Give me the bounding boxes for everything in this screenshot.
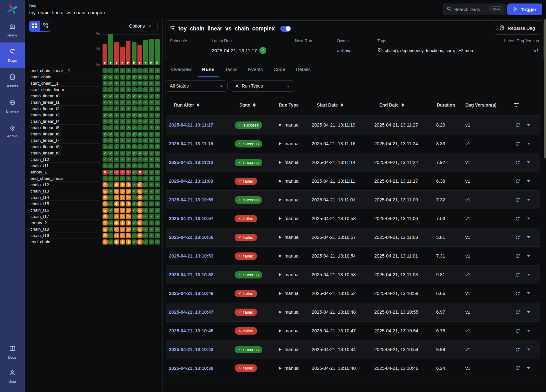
graph-view-button[interactable] xyxy=(40,21,51,31)
task-instance-success[interactable]: ✓ xyxy=(114,163,119,168)
task-instance-success[interactable]: ✓ xyxy=(126,176,131,181)
task-instance-success[interactable]: ✓ xyxy=(114,119,119,124)
task-instance-success[interactable]: ✓ xyxy=(137,113,143,118)
run-refresh-button[interactable] xyxy=(515,310,520,315)
run-refresh-button[interactable] xyxy=(515,216,520,221)
task-instance-success[interactable]: ✓ xyxy=(126,68,131,73)
run-refresh-button[interactable] xyxy=(515,254,520,258)
task-instance-upstream_failed[interactable]: ◎ xyxy=(137,239,143,245)
task-instance-upstream_failed[interactable]: ◎ xyxy=(137,208,143,213)
task-instance-success[interactable]: ✓ xyxy=(103,157,108,162)
task-instance-success[interactable]: ✓ xyxy=(132,233,137,238)
task-instance-success[interactable]: ✓ xyxy=(114,87,119,92)
task-instance-success[interactable]: ✓ xyxy=(126,138,131,143)
task-instance-upstream_failed[interactable]: ◎ xyxy=(137,233,143,238)
task-instance-upstream_failed[interactable]: ◎ xyxy=(114,208,119,213)
task-name[interactable]: chain_linear_t5 xyxy=(30,125,100,131)
run-actions-menu-button[interactable] xyxy=(527,367,530,369)
task-instance-success[interactable]: ✓ xyxy=(103,119,108,124)
task-instance-success[interactable]: ✓ xyxy=(149,208,154,213)
task-instance-success[interactable]: ✓ xyxy=(143,201,148,206)
task-name[interactable]: chain_linear_t6 xyxy=(30,131,100,137)
task-instance-success[interactable]: ✓ xyxy=(149,163,154,168)
task-instance-upstream_failed[interactable]: ◎ xyxy=(103,195,108,200)
state-badge[interactable]: ✓success xyxy=(235,271,262,278)
task-name[interactable]: end_chain_linear xyxy=(30,175,100,182)
task-instance-upstream_failed[interactable]: ◎ xyxy=(114,239,119,245)
task-instance-success[interactable]: ✓ xyxy=(137,144,143,149)
tab-runs[interactable]: Runs xyxy=(197,62,219,77)
task-instance-success[interactable]: ✓ xyxy=(126,157,131,162)
run-actions-menu-button[interactable] xyxy=(527,292,530,294)
task-instance-success[interactable]: ✓ xyxy=(143,182,148,187)
run-refresh-button[interactable] xyxy=(515,272,520,277)
task-instance-success[interactable]: ✓ xyxy=(149,170,154,175)
run-actions-menu-button[interactable] xyxy=(527,218,530,219)
task-instance-success[interactable]: ✓ xyxy=(132,94,137,99)
task-instance-success[interactable]: ✓ xyxy=(103,138,108,143)
task-instance-success[interactable]: ✓ xyxy=(155,119,160,124)
task-instance-success[interactable]: ✓ xyxy=(126,75,131,80)
task-instance-success[interactable]: ✓ xyxy=(137,119,143,124)
task-instance-success[interactable]: ✓ xyxy=(120,125,125,130)
state-filter-select[interactable]: All States xyxy=(165,80,228,92)
scrollbar-thumb[interactable] xyxy=(544,19,546,159)
task-instance-success[interactable]: ✓ xyxy=(103,151,108,156)
airflow-logo[interactable] xyxy=(0,0,25,17)
task-instance-upstream_failed[interactable]: ◎ xyxy=(103,214,108,219)
run-after-link[interactable]: 2025-04-21, 13:10:49 xyxy=(169,291,213,296)
task-instance-success[interactable]: ✓ xyxy=(132,151,137,156)
task-instance-success[interactable]: ✓ xyxy=(155,132,160,137)
task-instance-upstream_failed[interactable]: ◎ xyxy=(103,220,108,225)
task-name[interactable]: chain_linear_t4 xyxy=(30,118,100,125)
task-instance-success[interactable]: ✓ xyxy=(149,201,154,206)
tab-code[interactable]: Code xyxy=(269,62,290,77)
task-instance-success[interactable]: ✓ xyxy=(132,144,137,149)
task-instance-success[interactable]: ✓ xyxy=(143,220,148,225)
task-instance-success[interactable]: ✓ xyxy=(143,189,148,194)
run-actions-menu-button[interactable] xyxy=(527,349,530,350)
task-name[interactable]: chain_linear_t2 xyxy=(30,106,100,112)
task-instance-success[interactable]: ✓ xyxy=(103,163,108,168)
task-instance-success[interactable]: ✓ xyxy=(143,214,148,219)
grid-view-button[interactable] xyxy=(29,21,40,31)
task-instance-success[interactable]: ✓ xyxy=(149,106,154,111)
task-instance-failed[interactable]: ✕ xyxy=(103,170,108,175)
task-instance-success[interactable]: ✓ xyxy=(108,113,113,118)
task-instance-success[interactable]: ✓ xyxy=(155,163,160,168)
task-instance-failed[interactable]: ✕ xyxy=(120,170,125,175)
task-instance-success[interactable]: ✓ xyxy=(132,87,137,92)
task-instance-failed[interactable]: ✕ xyxy=(126,170,131,175)
options-button[interactable]: Options xyxy=(123,21,158,31)
run-actions-menu-button[interactable] xyxy=(527,124,530,126)
task-instance-success[interactable]: ✓ xyxy=(132,68,137,73)
task-instance-success[interactable]: ✓ xyxy=(120,94,125,99)
task-instance-success[interactable]: ✓ xyxy=(143,239,148,245)
task-instance-success[interactable]: ✓ xyxy=(132,182,137,187)
task-instance-success[interactable]: ✓ xyxy=(108,119,113,124)
run-actions-menu-button[interactable] xyxy=(527,180,530,182)
run-actions-menu-button[interactable] xyxy=(527,330,530,332)
task-name[interactable]: start_chain xyxy=(30,74,100,80)
task-instance-success[interactable]: ✓ xyxy=(143,157,148,162)
task-instance-success[interactable]: ✓ xyxy=(155,214,160,219)
task-instance-success[interactable]: ✓ xyxy=(108,132,113,137)
task-instance-success[interactable]: ✓ xyxy=(155,220,160,225)
task-instance-upstream_failed[interactable]: ◎ xyxy=(137,189,143,194)
task-instance-success[interactable]: ✓ xyxy=(143,176,148,181)
task-instance-success[interactable]: ✓ xyxy=(108,138,113,143)
run-actions-menu-button[interactable] xyxy=(527,161,530,163)
state-badge[interactable]: ✓success xyxy=(235,196,262,204)
task-instance-upstream_failed[interactable]: ◎ xyxy=(137,214,143,219)
task-instance-success[interactable]: ✓ xyxy=(108,227,113,232)
task-instance-upstream_failed[interactable]: ◎ xyxy=(114,214,119,219)
task-instance-success[interactable]: ✓ xyxy=(137,138,143,143)
task-instance-success[interactable]: ✓ xyxy=(126,151,131,156)
task-instance-success[interactable]: ✓ xyxy=(149,220,154,225)
task-instance-success[interactable]: ✓ xyxy=(149,113,154,118)
run-refresh-button[interactable] xyxy=(515,141,520,146)
run-actions-menu-button[interactable] xyxy=(527,143,530,145)
task-instance-success[interactable]: ✓ xyxy=(155,138,160,143)
run-after-link[interactable]: 2025-04-21, 13:11:15 xyxy=(169,141,213,146)
task-instance-success[interactable]: ✓ xyxy=(126,163,131,168)
